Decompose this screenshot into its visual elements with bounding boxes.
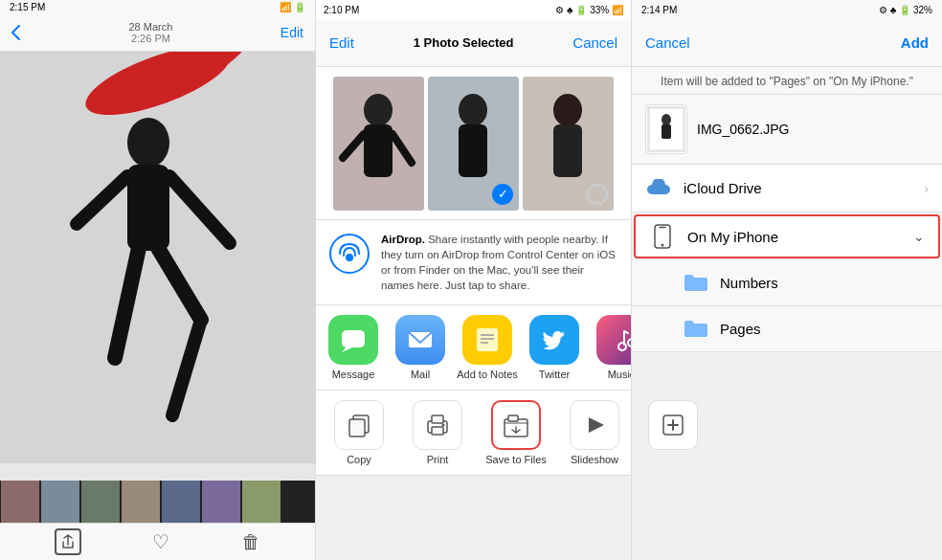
airdrop-title: AirDrop. — [381, 234, 425, 245]
location-list: iCloud Drive › On My iPhone ⌄ Numbers — [632, 165, 942, 560]
share-icons-row: Message Mail Add to Notes Twitter Music — [316, 305, 631, 391]
date-label: 28 March — [129, 21, 173, 33]
thumb-6[interactable] — [202, 481, 240, 523]
airdrop-waves-icon — [336, 240, 363, 267]
notes-label: Add to Notes — [457, 369, 518, 380]
photo-2[interactable]: ✓ — [428, 77, 519, 211]
panel1-header: 28 March 2:26 PM Edit — [0, 14, 315, 52]
edit-button[interactable]: Edit — [280, 25, 303, 40]
main-photo[interactable] — [0, 52, 315, 481]
svg-marker-38 — [589, 417, 604, 433]
thumb-2[interactable] — [41, 481, 79, 523]
icloud-label: iCloud Drive — [684, 180, 912, 196]
svg-point-21 — [346, 254, 353, 261]
message-icon — [328, 315, 378, 365]
status-bar-2: 2:10 PM ⚙ ♣ 🔋 33% 📶 — [316, 0, 631, 19]
slideshow-label: Slideshow — [571, 454, 618, 465]
photo-3[interactable] — [523, 77, 614, 211]
file-thumbnail — [645, 104, 687, 154]
twitter-label: Twitter — [539, 369, 570, 380]
selection-circle — [587, 184, 608, 205]
favorite-button[interactable]: ♡ — [152, 530, 169, 553]
thumb-7[interactable] — [242, 481, 280, 523]
thumbnail-strip[interactable] — [0, 481, 315, 523]
svg-point-34 — [442, 424, 445, 427]
thumb-1[interactable] — [1, 481, 39, 523]
save-files-icon — [503, 412, 529, 438]
svg-point-47 — [662, 244, 664, 247]
svg-point-19 — [553, 94, 582, 126]
panel3-header: Cancel Add — [632, 19, 942, 67]
share-music[interactable]: Music — [588, 315, 631, 380]
share-icon — [61, 534, 75, 549]
filename-label: IMG_0662.JPG — [697, 122, 790, 137]
photo-selected-label: 1 Photo Selected — [414, 35, 514, 50]
thumb-3[interactable] — [81, 481, 120, 523]
print-icon — [424, 412, 451, 438]
svg-point-16 — [459, 94, 487, 126]
icloud-chevron-icon: › — [924, 181, 929, 196]
mail-label: Mail — [411, 369, 430, 380]
share-sheet-panel: 2:10 PM ⚙ ♣ 🔋 33% 📶 Edit 1 Photo Selecte… — [316, 0, 632, 560]
save-files-label: Save to Files — [485, 454, 547, 465]
thumb-4[interactable] — [122, 481, 160, 523]
numbers-folder-item[interactable]: Numbers — [632, 260, 942, 306]
share-notes[interactable]: Add to Notes — [454, 315, 521, 380]
pages-folder-icon — [684, 319, 708, 340]
panel3-cancel-button[interactable]: Cancel — [645, 34, 690, 51]
action-print[interactable]: Print — [398, 400, 477, 465]
slideshow-icon-box — [570, 400, 619, 450]
svg-rect-17 — [459, 124, 487, 177]
action-copy[interactable]: Copy — [320, 400, 398, 465]
panel2-cancel-button[interactable]: Cancel — [572, 34, 617, 51]
iphone-expand-icon: ⌄ — [913, 229, 925, 244]
file-picker-panel: 2:14 PM ⚙ ♣ 🔋 32% Cancel Add Item will b… — [632, 0, 942, 560]
svg-rect-36 — [508, 415, 518, 421]
time-2: 2:10 PM — [324, 5, 359, 15]
folder-icon — [684, 273, 708, 292]
svg-point-44 — [662, 114, 671, 125]
icloud-icon — [645, 177, 672, 200]
status-icons-1: 📶 🔋 — [280, 2, 305, 12]
add-album-icon-box — [648, 400, 698, 450]
copy-icon-box — [334, 400, 384, 450]
back-button[interactable] — [11, 25, 21, 40]
svg-rect-32 — [432, 415, 443, 423]
action-save-files[interactable]: Save to Files — [477, 400, 555, 465]
notes-icon — [462, 315, 512, 365]
copy-label: Copy — [347, 454, 371, 465]
file-preview-icon — [647, 106, 685, 152]
slideshow-icon — [581, 412, 608, 438]
on-my-iphone-item[interactable]: On My iPhone ⌄ — [634, 214, 940, 258]
sub-date-label: 2:26 PM — [131, 33, 170, 44]
airdrop-section: AirDrop. Share instantly with people nea… — [316, 220, 631, 305]
date-block: 28 March 2:26 PM — [129, 21, 173, 44]
photo-1[interactable] — [333, 77, 424, 211]
time-1: 2:15 PM — [10, 2, 45, 12]
panel2-edit-button[interactable]: Edit — [329, 34, 354, 51]
phone-icon — [653, 224, 672, 249]
delete-button[interactable]: 🗑 — [241, 531, 260, 553]
share-twitter[interactable]: Twitter — [521, 315, 588, 380]
icloud-drive-item[interactable]: iCloud Drive › — [632, 165, 942, 213]
save-files-icon-box — [491, 400, 541, 450]
airdrop-description: AirDrop. Share instantly with people nea… — [381, 232, 617, 293]
share-button[interactable] — [55, 528, 81, 555]
action-slideshow[interactable]: Slideshow — [555, 400, 634, 465]
status-icons-3: ⚙ ♣ 🔋 32% — [879, 5, 932, 15]
share-mail[interactable]: Mail — [387, 315, 454, 380]
svg-point-3 — [127, 118, 169, 168]
panel3-add-button[interactable]: Add — [901, 34, 929, 51]
iphone-icon — [649, 225, 676, 248]
pages-folder-item[interactable]: Pages — [632, 306, 942, 352]
svg-rect-22 — [342, 330, 365, 347]
mail-icon — [395, 315, 445, 365]
svg-rect-25 — [477, 328, 498, 351]
time-3: 2:14 PM — [641, 5, 677, 15]
cloud-icon — [646, 179, 671, 198]
svg-rect-30 — [349, 419, 365, 437]
thumb-5[interactable] — [162, 481, 200, 523]
share-message[interactable]: Message — [320, 315, 387, 380]
iphone-label: On My iPhone — [687, 229, 902, 245]
panel1-bottom-bar: ♡ 🗑 — [0, 523, 315, 560]
